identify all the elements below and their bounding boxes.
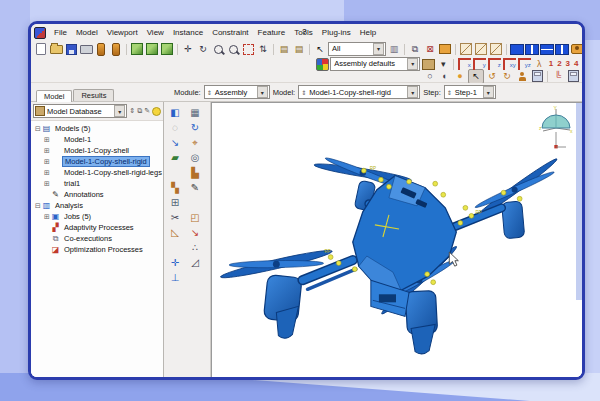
tree-item[interactable]: ◪ Optimization Processes xyxy=(31,244,163,255)
tree-item-jobs[interactable]: Jobs (5) xyxy=(62,212,93,221)
datum-plane-icon[interactable]: ◿ xyxy=(185,255,205,270)
tree-item[interactable]: ⊞ Model-1-Copy-shell-rigid-legs xyxy=(31,167,163,178)
highlight-objects-icon[interactable] xyxy=(438,43,452,56)
linear-pattern-icon[interactable]: z xyxy=(487,58,501,71)
new-file-icon[interactable] xyxy=(34,43,48,56)
menu-file[interactable]: File xyxy=(50,28,71,37)
datum-frame-icon[interactable]: ╚ xyxy=(551,70,565,83)
tree-expander-icon[interactable]: ⊟ xyxy=(34,125,42,133)
view-cut-icon-3[interactable] xyxy=(489,43,503,56)
auto-fit-view-icon[interactable] xyxy=(241,43,255,56)
tree-expander-icon[interactable]: ⊞ xyxy=(43,136,51,144)
chevron-down-icon[interactable]: ▾ xyxy=(407,58,418,70)
tree-item[interactable]: ⊞ Model-1-Copy-shell-rigid xyxy=(31,156,163,167)
pointer-icon[interactable]: ↖ xyxy=(313,43,327,56)
tab-results[interactable]: Results xyxy=(73,89,114,101)
save-file-icon[interactable] xyxy=(64,43,78,56)
tree-item[interactable]: ⧉ Co-executions xyxy=(31,233,163,244)
translate-instance-icon[interactable]: ↘ xyxy=(165,135,185,150)
radial-pattern-icon[interactable]: ◌ xyxy=(165,120,185,135)
radial-pattern-icon[interactable]: xy xyxy=(502,58,516,71)
tree-expander-icon[interactable]: ⊞ xyxy=(43,158,51,166)
chevron-down-icon[interactable]: ▾ xyxy=(483,86,494,98)
magnify-view-icon[interactable] xyxy=(211,43,225,56)
render-beam-profiles-icon[interactable] xyxy=(570,43,584,56)
viewport-canvas[interactable]: RP RP RP Y x z xyxy=(211,102,582,377)
render-wireframe-icon[interactable] xyxy=(130,43,144,56)
merge-instances-icon[interactable]: yz xyxy=(517,58,531,71)
query-icon[interactable]: ↘ xyxy=(185,225,205,240)
tree-expander-icon[interactable]: ⊞ xyxy=(43,213,51,221)
pointer-pressed-icon[interactable]: ↖ xyxy=(468,69,484,84)
menu-instance[interactable]: Instance xyxy=(169,28,207,37)
viewport-layout-vertical-icon[interactable] xyxy=(525,43,539,56)
step-combo[interactable]: ⇕ Step-1 ▾ xyxy=(444,85,496,99)
create-display-group-icon[interactable]: ⧉ xyxy=(408,43,422,56)
tree-expander-icon[interactable]: ⊞ xyxy=(43,169,51,177)
viewport-layout-tile-icon[interactable] xyxy=(555,43,569,56)
menu-model[interactable]: Model xyxy=(72,28,102,37)
viewport-layout-horizontal-icon[interactable] xyxy=(540,43,554,56)
chevron-down-icon[interactable]: ▾ xyxy=(373,43,384,55)
selection-filter-combo[interactable]: All▾ xyxy=(328,43,386,56)
create-instance-icon[interactable]: ◧ xyxy=(165,105,185,120)
front-left-landing-leg[interactable] xyxy=(276,306,298,338)
model-database-combo[interactable]: Model Database ▾ xyxy=(33,104,127,118)
application-icon[interactable] xyxy=(34,27,46,39)
tree-item-models[interactable]: Models (5) xyxy=(53,124,92,133)
translate-instance-icon[interactable]: x xyxy=(457,58,471,71)
tree-item[interactable]: ⊟ ▥ Analysis xyxy=(31,200,163,211)
tools-calculator-icon[interactable] xyxy=(566,70,580,83)
tree-item-adaptivity-processes[interactable]: Adaptivity Processes xyxy=(62,223,136,232)
hidden-render-icon[interactable]: ◐ xyxy=(438,70,452,83)
tree-item-co-executions[interactable]: Co-executions xyxy=(62,234,114,243)
color-code-combo[interactable]: Assembly defaults▾ xyxy=(330,58,420,71)
drone-assembly-model[interactable]: RP RP RP xyxy=(212,103,582,377)
chevron-down-icon[interactable]: ▾ xyxy=(257,86,268,98)
view-compass[interactable]: Y x z xyxy=(538,105,574,155)
tree-item[interactable]: ⊞ Model-1-Copy-shell xyxy=(31,145,163,156)
field-output-icon[interactable] xyxy=(515,70,529,83)
menu-plugins[interactable]: Plug-ins xyxy=(318,28,355,37)
suppress-feature-icon[interactable]: ✂ xyxy=(165,210,185,225)
open-file-icon[interactable] xyxy=(49,43,63,56)
edit-model-icon[interactable]: ✎ xyxy=(144,107,150,115)
tree-item-model-1-copy-shell-rigid[interactable]: Model-1-Copy-shell-rigid xyxy=(62,156,150,167)
tree-item-trial1[interactable]: trial1 xyxy=(62,179,82,188)
probe-values-icon[interactable]: ▤ xyxy=(277,43,291,56)
query-information-icon[interactable]: ▤ xyxy=(292,43,306,56)
tree-item-model-1[interactable]: Model-1 xyxy=(62,135,93,144)
tree-item[interactable]: ▞ Adaptivity Processes xyxy=(31,222,163,233)
menu-view[interactable]: View xyxy=(143,28,168,37)
menu-constraint[interactable]: Constraint xyxy=(208,28,252,37)
box-zoom-icon[interactable] xyxy=(226,43,240,56)
regenerate-icon[interactable]: ⊞ xyxy=(165,195,185,210)
menu-feature[interactable]: Feature xyxy=(254,28,290,37)
layers-book-icon[interactable] xyxy=(421,58,435,71)
replace-instance-icon[interactable]: ◎ xyxy=(185,150,205,165)
print-icon[interactable] xyxy=(79,43,93,56)
render-hidden-icon[interactable] xyxy=(145,43,159,56)
tree-item-annotations[interactable]: Annotations xyxy=(62,190,106,199)
tree-expander-icon[interactable]: ⊟ xyxy=(34,202,42,210)
undo-icon[interactable]: ↺ xyxy=(485,70,499,83)
datum-csys-icon[interactable]: ✛ xyxy=(165,255,185,270)
tree-item[interactable]: ⊞ ▣ Jobs (5) xyxy=(31,211,163,222)
view-cut-icon-2[interactable] xyxy=(474,43,488,56)
menu-viewport[interactable]: Viewport xyxy=(103,28,142,37)
tree-item-analysis[interactable]: Analysis xyxy=(53,201,85,210)
rotate-instance-icon[interactable]: ↻ xyxy=(185,120,205,135)
menu-help[interactable]: Help xyxy=(356,28,380,37)
copy-model-icon[interactable]: ⧉ xyxy=(137,107,142,115)
query-calculator-icon[interactable] xyxy=(530,70,544,83)
convert-constraints-icon[interactable]: ▚ xyxy=(165,180,185,195)
rotate-view-icon[interactable]: ↻ xyxy=(196,43,210,56)
wireframe-render-icon[interactable]: ○ xyxy=(423,70,437,83)
save-selection-icon[interactable]: ▥ xyxy=(387,43,401,56)
datum-axis-icon[interactable]: ⊥ xyxy=(165,270,185,285)
shaded-render-icon[interactable]: ● xyxy=(453,70,467,83)
export-model-icon[interactable] xyxy=(109,43,123,56)
viewport-layout-single-icon[interactable] xyxy=(510,43,524,56)
boolean-display-group-icon[interactable]: ⊠ xyxy=(423,43,437,56)
front-right-landing-leg[interactable] xyxy=(411,324,435,353)
